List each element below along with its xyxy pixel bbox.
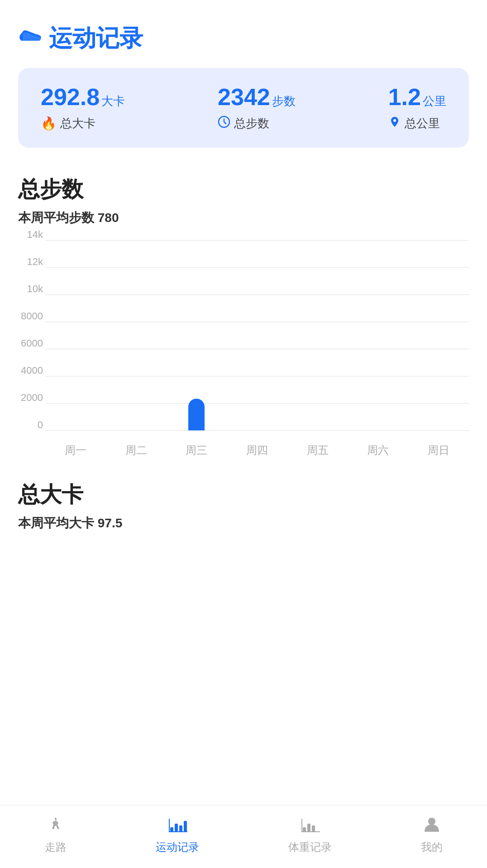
svg-rect-5 (184, 821, 187, 832)
svg-rect-4 (179, 825, 182, 832)
weight-icon (300, 815, 320, 836)
svg-rect-6 (303, 827, 306, 832)
chart-x-labels: 周一周二周三周四周五周六周日 (45, 443, 469, 458)
nav-item-weight[interactable]: 体重记录 (288, 815, 332, 854)
nav-item-exercise[interactable]: 运动记录 (156, 815, 199, 854)
walk-icon (46, 815, 66, 836)
shoe-icon (18, 27, 42, 50)
steps-label: 总步数 (234, 116, 269, 131)
calories-unit: 大卡 (101, 93, 125, 109)
distance-label: 总公里 (405, 116, 440, 131)
steps-subtitle: 本周平均步数 780 (18, 209, 469, 227)
distance-summary: 1.2 公里 总公里 (388, 84, 446, 131)
bottom-nav: 走路 运动记录 体重记录 (0, 805, 487, 868)
grid-y-label: 12k (18, 256, 43, 268)
steps-summary: 2342 步数 总步数 (218, 84, 296, 131)
nav-item-walk[interactable]: 走路 (45, 815, 67, 854)
steps-value: 2342 (218, 84, 270, 110)
chart-bar (188, 399, 205, 430)
steps-unit: 步数 (272, 93, 296, 109)
chart-x-label: 周三 (166, 443, 227, 458)
grid-y-label: 0 (18, 419, 43, 431)
svg-rect-2 (170, 827, 173, 832)
fire-icon: 🔥 (41, 116, 57, 131)
chart-x-label: 周五 (287, 443, 348, 458)
svg-point-9 (428, 818, 435, 825)
steps-section-title: 总步数 (18, 175, 469, 204)
chart-x-label: 周一 (45, 443, 106, 458)
clock-icon (218, 116, 230, 131)
nav-label-weight: 体重记录 (288, 840, 332, 854)
grid-y-label: 6000 (18, 338, 43, 349)
grid-y-label: 8000 (18, 310, 43, 322)
svg-rect-3 (175, 824, 178, 832)
chart-bars (45, 240, 469, 430)
page-header: 运动记录 (0, 0, 487, 63)
svg-point-1 (393, 119, 396, 122)
calories-subtitle: 本周平均大卡 97.5 (18, 515, 469, 532)
steps-section: 总步数 本周平均步数 780 14k12k10k8000600040002000… (0, 166, 487, 458)
chart-x-label: 周四 (227, 443, 287, 458)
calories-value: 292.8 (41, 84, 100, 110)
nav-label-exercise: 运动记录 (156, 840, 199, 854)
distance-unit: 公里 (423, 93, 446, 109)
svg-rect-7 (307, 824, 310, 832)
calories-section-title: 总大卡 (18, 480, 469, 509)
main-content: 运动记录 292.8 大卡 🔥 总大卡 2342 步数 (0, 0, 487, 868)
chart-bar-wrapper (166, 399, 227, 430)
nav-label-walk: 走路 (45, 840, 67, 854)
svg-rect-8 (312, 825, 315, 832)
calories-section: 总大卡 本周平均大卡 97.5 (0, 471, 487, 532)
grid-line: 0 (45, 430, 469, 431)
steps-chart: 14k12k10k80006000400020000 周一周二周三周四周五周六周… (18, 240, 469, 458)
nav-item-profile[interactable]: 我的 (421, 815, 443, 854)
grid-y-label: 10k (18, 283, 43, 295)
grid-y-label: 4000 (18, 365, 43, 376)
pin-icon (388, 116, 401, 131)
user-icon (422, 815, 442, 836)
summary-card: 292.8 大卡 🔥 总大卡 2342 步数 总步数 (18, 68, 469, 148)
nav-label-profile: 我的 (421, 840, 443, 854)
chart-x-label: 周二 (106, 443, 167, 458)
distance-value: 1.2 (388, 84, 421, 110)
page-title: 运动记录 (49, 23, 143, 54)
chart-icon (167, 815, 187, 836)
chart-x-label: 周日 (408, 443, 469, 458)
calories-label: 总大卡 (60, 116, 95, 131)
section-divider (0, 462, 487, 471)
grid-y-label: 2000 (18, 392, 43, 404)
grid-y-label: 14k (18, 229, 43, 241)
calories-summary: 292.8 大卡 🔥 总大卡 (41, 84, 125, 131)
chart-x-label: 周六 (348, 443, 409, 458)
